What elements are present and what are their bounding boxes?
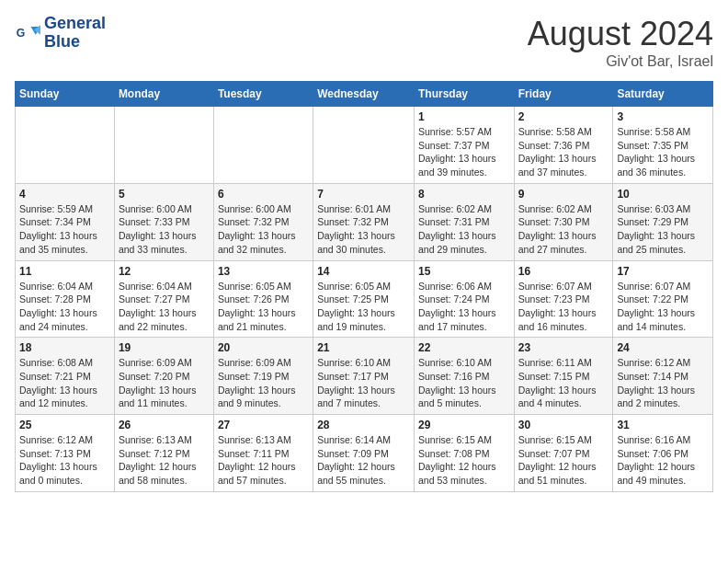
calendar-cell: 29Sunrise: 6:15 AM Sunset: 7:08 PM Dayli… — [414, 415, 514, 492]
calendar-cell: 3Sunrise: 5:58 AM Sunset: 7:35 PM Daylig… — [613, 107, 713, 184]
day-number: 16 — [518, 265, 609, 278]
calendar-cell: 30Sunrise: 6:15 AM Sunset: 7:07 PM Dayli… — [514, 415, 613, 492]
weekday-header: Saturday — [613, 82, 713, 107]
logo-line2: Blue — [44, 33, 106, 52]
day-info: Sunrise: 6:14 AM Sunset: 7:09 PM Dayligh… — [317, 433, 410, 488]
day-number: 31 — [617, 419, 709, 431]
day-number: 10 — [617, 188, 709, 201]
calendar-cell: 7Sunrise: 6:01 AM Sunset: 7:32 PM Daylig… — [313, 183, 415, 260]
day-info: Sunrise: 6:02 AM Sunset: 7:30 PM Dayligh… — [518, 202, 609, 257]
calendar-table: SundayMondayTuesdayWednesdayThursdayFrid… — [15, 81, 713, 492]
day-number: 11 — [19, 265, 110, 278]
day-number: 13 — [218, 265, 309, 278]
calendar-cell: 21Sunrise: 6:10 AM Sunset: 7:17 PM Dayli… — [313, 338, 415, 415]
calendar-cell: 5Sunrise: 6:00 AM Sunset: 7:33 PM Daylig… — [114, 183, 213, 260]
day-info: Sunrise: 5:58 AM Sunset: 7:35 PM Dayligh… — [617, 125, 709, 179]
calendar-cell: 6Sunrise: 6:00 AM Sunset: 7:32 PM Daylig… — [213, 183, 313, 260]
day-number: 6 — [218, 188, 309, 201]
day-number: 4 — [19, 188, 110, 201]
calendar-cell: 12Sunrise: 6:04 AM Sunset: 7:27 PM Dayli… — [114, 260, 213, 338]
day-info: Sunrise: 6:02 AM Sunset: 7:31 PM Dayligh… — [418, 202, 510, 257]
calendar-cell: 2Sunrise: 5:58 AM Sunset: 7:36 PM Daylig… — [514, 107, 613, 184]
day-info: Sunrise: 6:11 AM Sunset: 7:15 PM Dayligh… — [518, 356, 609, 410]
day-info: Sunrise: 6:12 AM Sunset: 7:13 PM Dayligh… — [19, 433, 110, 488]
logo-icon: G — [15, 20, 40, 46]
weekday-header: Wednesday — [313, 82, 415, 107]
month-title: August 2024 — [528, 15, 713, 53]
day-info: Sunrise: 6:04 AM Sunset: 7:28 PM Dayligh… — [19, 280, 110, 334]
calendar-week-row: 4Sunrise: 5:59 AM Sunset: 7:34 PM Daylig… — [16, 183, 713, 260]
calendar-cell: 17Sunrise: 6:07 AM Sunset: 7:22 PM Dayli… — [613, 260, 713, 338]
day-number: 3 — [617, 110, 709, 123]
day-number: 22 — [418, 341, 510, 354]
day-info: Sunrise: 6:04 AM Sunset: 7:27 PM Dayligh… — [119, 280, 210, 334]
calendar-cell: 8Sunrise: 6:02 AM Sunset: 7:31 PM Daylig… — [414, 183, 514, 260]
day-info: Sunrise: 5:57 AM Sunset: 7:37 PM Dayligh… — [418, 125, 510, 179]
day-info: Sunrise: 6:10 AM Sunset: 7:16 PM Dayligh… — [418, 356, 510, 410]
weekday-header: Tuesday — [213, 82, 313, 107]
calendar-cell: 18Sunrise: 6:08 AM Sunset: 7:21 PM Dayli… — [16, 338, 115, 415]
day-number: 7 — [317, 188, 410, 201]
day-number: 21 — [317, 341, 410, 354]
day-info: Sunrise: 6:07 AM Sunset: 7:22 PM Dayligh… — [617, 280, 709, 334]
weekday-header: Friday — [514, 82, 613, 107]
calendar-cell: 4Sunrise: 5:59 AM Sunset: 7:34 PM Daylig… — [16, 183, 115, 260]
day-number: 29 — [418, 419, 510, 431]
calendar-header-row: SundayMondayTuesdayWednesdayThursdayFrid… — [16, 82, 713, 107]
calendar-cell: 13Sunrise: 6:05 AM Sunset: 7:26 PM Dayli… — [213, 260, 313, 338]
calendar-cell: 15Sunrise: 6:06 AM Sunset: 7:24 PM Dayli… — [414, 260, 514, 338]
day-info: Sunrise: 6:00 AM Sunset: 7:33 PM Dayligh… — [119, 202, 210, 257]
day-info: Sunrise: 6:07 AM Sunset: 7:23 PM Dayligh… — [518, 280, 609, 334]
logo-text: General Blue — [44, 15, 106, 52]
calendar-cell: 27Sunrise: 6:13 AM Sunset: 7:11 PM Dayli… — [213, 415, 313, 492]
day-number: 1 — [418, 110, 510, 123]
day-info: Sunrise: 6:15 AM Sunset: 7:08 PM Dayligh… — [418, 433, 510, 488]
calendar-week-row: 18Sunrise: 6:08 AM Sunset: 7:21 PM Dayli… — [16, 338, 713, 415]
day-number: 5 — [119, 188, 210, 201]
day-info: Sunrise: 6:10 AM Sunset: 7:17 PM Dayligh… — [317, 356, 410, 410]
calendar-cell: 16Sunrise: 6:07 AM Sunset: 7:23 PM Dayli… — [514, 260, 613, 338]
title-block: August 2024 Giv'ot Bar, Israel — [528, 15, 713, 70]
day-number: 19 — [119, 341, 210, 354]
location: Giv'ot Bar, Israel — [528, 53, 713, 70]
day-number: 26 — [119, 419, 210, 431]
day-info: Sunrise: 6:08 AM Sunset: 7:21 PM Dayligh… — [19, 356, 110, 410]
day-number: 23 — [518, 341, 609, 354]
calendar-cell — [16, 107, 115, 184]
day-number: 30 — [518, 419, 609, 431]
day-info: Sunrise: 6:05 AM Sunset: 7:25 PM Dayligh… — [317, 280, 410, 334]
day-info: Sunrise: 6:00 AM Sunset: 7:32 PM Dayligh… — [218, 202, 309, 257]
day-info: Sunrise: 6:09 AM Sunset: 7:19 PM Dayligh… — [218, 356, 309, 410]
calendar-cell: 11Sunrise: 6:04 AM Sunset: 7:28 PM Dayli… — [16, 260, 115, 338]
calendar-cell — [213, 107, 313, 184]
day-info: Sunrise: 6:13 AM Sunset: 7:12 PM Dayligh… — [119, 433, 210, 488]
calendar-cell: 28Sunrise: 6:14 AM Sunset: 7:09 PM Dayli… — [313, 415, 415, 492]
day-info: Sunrise: 6:05 AM Sunset: 7:26 PM Dayligh… — [218, 280, 309, 334]
weekday-header: Monday — [114, 82, 213, 107]
day-number: 28 — [317, 419, 410, 431]
day-info: Sunrise: 5:59 AM Sunset: 7:34 PM Dayligh… — [19, 202, 110, 257]
day-info: Sunrise: 5:58 AM Sunset: 7:36 PM Dayligh… — [518, 125, 609, 179]
calendar-cell — [114, 107, 213, 184]
day-number: 9 — [518, 188, 609, 201]
calendar-cell: 1Sunrise: 5:57 AM Sunset: 7:37 PM Daylig… — [414, 107, 514, 184]
calendar-cell: 24Sunrise: 6:12 AM Sunset: 7:14 PM Dayli… — [613, 338, 713, 415]
calendar-cell: 20Sunrise: 6:09 AM Sunset: 7:19 PM Dayli… — [213, 338, 313, 415]
day-info: Sunrise: 6:12 AM Sunset: 7:14 PM Dayligh… — [617, 356, 709, 410]
calendar-cell: 31Sunrise: 6:16 AM Sunset: 7:06 PM Dayli… — [613, 415, 713, 492]
calendar-week-row: 25Sunrise: 6:12 AM Sunset: 7:13 PM Dayli… — [16, 415, 713, 492]
day-info: Sunrise: 6:01 AM Sunset: 7:32 PM Dayligh… — [317, 202, 410, 257]
day-number: 8 — [418, 188, 510, 201]
day-info: Sunrise: 6:03 AM Sunset: 7:29 PM Dayligh… — [617, 202, 709, 257]
calendar-cell: 9Sunrise: 6:02 AM Sunset: 7:30 PM Daylig… — [514, 183, 613, 260]
day-info: Sunrise: 6:15 AM Sunset: 7:07 PM Dayligh… — [518, 433, 609, 488]
day-number: 14 — [317, 265, 410, 278]
calendar-cell — [313, 107, 415, 184]
weekday-header: Thursday — [414, 82, 514, 107]
day-number: 2 — [518, 110, 609, 123]
day-number: 12 — [119, 265, 210, 278]
calendar-cell: 14Sunrise: 6:05 AM Sunset: 7:25 PM Dayli… — [313, 260, 415, 338]
day-number: 20 — [218, 341, 309, 354]
calendar-cell: 25Sunrise: 6:12 AM Sunset: 7:13 PM Dayli… — [16, 415, 115, 492]
day-info: Sunrise: 6:13 AM Sunset: 7:11 PM Dayligh… — [218, 433, 309, 488]
